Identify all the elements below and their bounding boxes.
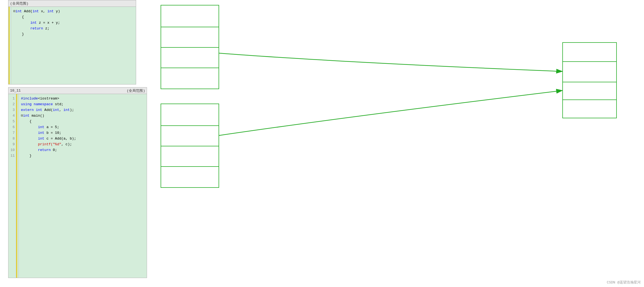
code-line: int z = x + y; <box>13 20 134 26</box>
line-numbers: 1 2 3 4 5 6 7 8 9 10 11 <box>8 94 16 278</box>
code-line: #include<iostream> <box>21 96 145 101</box>
box-cell <box>161 48 219 68</box>
code-line: return z; <box>13 26 134 31</box>
code-line: return 0; <box>21 147 145 153</box>
bottom-gutter <box>16 94 19 278</box>
box-cell <box>161 126 219 146</box>
box-cell <box>563 62 616 82</box>
code-line: int b = 10; <box>21 130 145 136</box>
code-line: int a = 5; <box>21 124 145 130</box>
top-left-box-group <box>161 5 219 89</box>
bottom-panel-title: 10_11 <box>10 89 21 93</box>
box-cell <box>161 146 219 167</box>
code-line: using namespace std; <box>21 101 145 107</box>
bottom-panel-scope: (全局范围) <box>127 88 145 93</box>
code-line: extern int Add(int, int); <box>21 107 145 113</box>
top-code-content: ⊟int Add(int x, int y) { int z = x + y; … <box>11 7 136 84</box>
yellow-bar-top <box>9 7 10 84</box>
top-gutter <box>8 7 11 84</box>
box-cell <box>161 68 219 89</box>
watermark: CSDN @遥望浩瀚星河 <box>607 280 641 285</box>
code-line: ⊟int main() <box>21 113 145 119</box>
box-cell <box>563 82 616 100</box>
top-panel-body: ⊟int Add(int x, int y) { int z = x + y; … <box>8 7 136 84</box>
diagram-area <box>152 0 644 287</box>
yellow-bar-bottom <box>16 94 17 278</box>
bottom-left-box-group <box>161 104 219 188</box>
bottom-code-content: #include<iostream> using namespace std; … <box>19 94 147 278</box>
code-line: printf("%d", c); <box>21 141 145 147</box>
box-cell <box>161 104 219 126</box>
code-line: { <box>13 14 134 20</box>
top-panel-scope: (全局范围) <box>10 1 29 6</box>
box-cell <box>563 100 616 118</box>
box-cell <box>161 27 219 48</box>
top-code-panel: (全局范围) ⊟int Add(int x, int y) { int z = … <box>8 0 136 84</box>
code-line: { <box>21 119 145 124</box>
bottom-code-panel: 10_11 (全局范围) 1 2 3 4 5 6 7 8 9 10 11 #in… <box>8 87 147 278</box>
box-cell <box>161 167 219 187</box>
code-line: ⊟int Add(int x, int y) <box>13 8 134 14</box>
right-box-group <box>562 42 617 118</box>
top-panel-header: (全局范围) <box>8 0 136 7</box>
code-line: int c = Add(a, b); <box>21 136 145 141</box>
box-cell <box>161 5 219 27</box>
code-line: } <box>13 31 134 37</box>
code-line: } <box>21 153 145 159</box>
bottom-panel-body: 1 2 3 4 5 6 7 8 9 10 11 #include<iostrea… <box>8 94 147 278</box>
bottom-panel-header: 10_11 (全局范围) <box>8 87 147 94</box>
box-cell <box>563 43 616 62</box>
